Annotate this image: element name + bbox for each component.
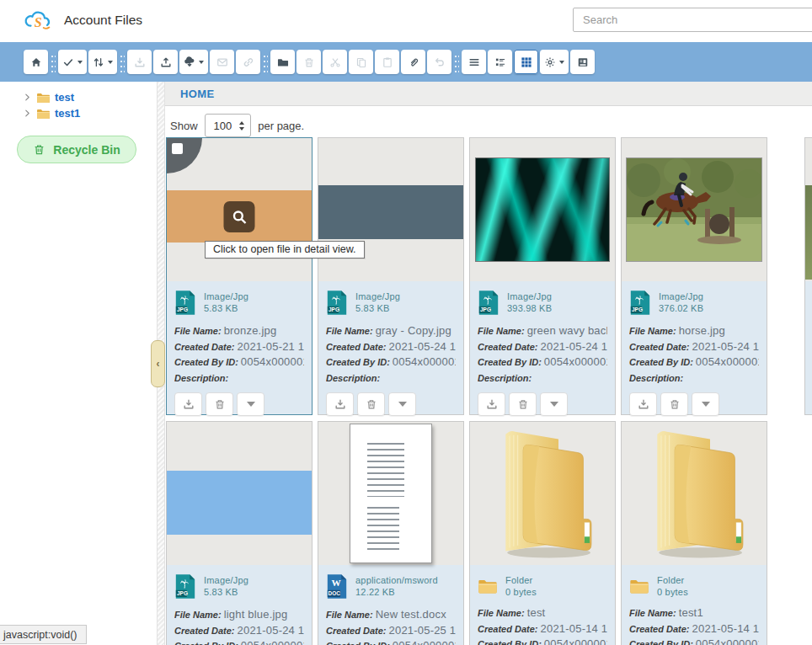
more-button[interactable] — [692, 392, 719, 416]
open-detail-button[interactable] — [224, 201, 255, 232]
file-thumbnail[interactable] — [622, 422, 767, 565]
caret-down-icon — [77, 61, 83, 64]
toolbar-separator — [120, 52, 125, 72]
recycle-bin-label: Recycle Bin — [53, 143, 120, 157]
spinner-up-icon[interactable] — [239, 121, 244, 125]
file-name-value: light blue.jpg — [224, 608, 288, 621]
description-row: Description: — [629, 370, 759, 386]
toolbar-undo-button[interactable] — [427, 50, 451, 74]
search-input[interactable] — [573, 8, 812, 32]
file-thumbnail[interactable] — [167, 422, 312, 565]
file-type-label: Image/Jpg — [507, 291, 552, 303]
download-icon — [183, 398, 195, 410]
toolbar-sort-button[interactable] — [88, 50, 117, 74]
card-actions — [174, 392, 304, 416]
file-info: Folder 0 bytes File Name:test Created Da… — [470, 565, 615, 645]
more-button[interactable] — [237, 392, 264, 416]
toolbar-cloud-download-button[interactable] — [179, 50, 208, 74]
file-type-row: Image/Jpg 5.83 KB — [174, 290, 304, 316]
toolbar-link-button[interactable] — [236, 50, 260, 74]
file-info: Folder 0 bytes File Name:test1 Created D… — [622, 565, 767, 645]
toolbar-list-view-button[interactable] — [462, 50, 486, 74]
toolbar-info-panel-button[interactable] — [570, 50, 595, 74]
delete-button[interactable] — [206, 392, 233, 416]
created-date-row: Created Date:2021-05-14 16:0... — [478, 621, 607, 637]
file-thumbnail[interactable] — [470, 138, 615, 281]
folder-label: test — [55, 91, 74, 104]
file-name-value: bronze.jpg — [224, 324, 277, 337]
caret-down-icon — [199, 61, 204, 64]
file-thumbnail[interactable] — [167, 138, 312, 281]
toolbar-upload-button[interactable] — [153, 50, 178, 74]
created-date-value: 2021-05-24 19:0... — [692, 340, 759, 353]
file-card[interactable]: Folder 0 bytes File Name:test1 Created D… — [621, 421, 767, 645]
spinner-down-icon[interactable] — [239, 127, 244, 131]
toolbar-attach-button[interactable] — [401, 50, 425, 74]
more-button[interactable] — [540, 392, 568, 416]
file-card[interactable]: Folder 0 bytes File Name:test Created Da… — [469, 421, 616, 645]
file-thumbnail[interactable] — [622, 138, 767, 281]
sidebar-item-test1[interactable]: test1 — [0, 105, 157, 121]
trash-icon — [517, 398, 529, 410]
toolbar-delete-button[interactable] — [296, 50, 321, 74]
cut-icon — [329, 56, 341, 68]
created-date-value: 2021-05-14 16:1... — [692, 622, 759, 635]
recycle-bin-button[interactable]: Recycle Bin — [17, 136, 136, 163]
created-by-row: Created By ID:0054x000001yF... — [629, 637, 759, 645]
description-row: Description: — [326, 370, 456, 386]
toolbar-email-button[interactable] — [210, 50, 234, 74]
sidebar-item-test[interactable]: test — [0, 89, 157, 105]
download-button[interactable] — [174, 392, 202, 416]
folder-small-icon — [629, 578, 649, 594]
download-icon — [334, 398, 346, 410]
file-name-value: test — [527, 606, 546, 619]
toolbar-copy-button[interactable] — [349, 50, 373, 74]
caret-down-icon — [108, 61, 113, 64]
toolbar-paste-button[interactable] — [375, 50, 399, 74]
file-card[interactable]: application/msword 12.22 KB File Name:Ne… — [318, 421, 464, 645]
file-type-row: Folder 0 bytes — [478, 573, 607, 598]
spinner-arrows[interactable] — [239, 121, 244, 131]
toolbar-grid-view-button[interactable] — [514, 50, 538, 74]
toolbar-download-button[interactable] — [127, 50, 152, 74]
file-thumbnail[interactable] — [470, 422, 615, 565]
file-card[interactable]: Image/Jpg 5.83 KB File Name:bronze.jpg C… — [166, 137, 313, 415]
toolbar-separator — [263, 52, 268, 72]
download-button[interactable] — [629, 392, 657, 416]
file-card[interactable]: Image/Jpg 5.83 KB File Name:light blue.j… — [166, 421, 313, 645]
download-icon — [134, 56, 146, 68]
created-date-row: Created Date:2021-05-25 14:3... — [326, 623, 456, 639]
toolbar-settings-button[interactable] — [540, 50, 569, 74]
select-checkbox[interactable] — [167, 138, 202, 173]
file-thumbnail[interactable] — [318, 138, 463, 281]
delete-button[interactable] — [357, 392, 385, 416]
file-name-row: File Name:bronze.jpg — [174, 323, 304, 339]
created-by-value: 0054x000001yD... — [241, 639, 304, 645]
file-card[interactable]: Image/Jpg 5.83 KB File Name:gray - Copy.… — [318, 137, 464, 415]
download-button[interactable] — [326, 392, 354, 416]
more-button[interactable] — [388, 392, 416, 416]
delete-button[interactable] — [660, 392, 688, 416]
sidebar-collapse-handle[interactable]: ‹ — [151, 340, 165, 387]
toolbar-separator — [454, 52, 459, 72]
cloud-download-icon — [184, 56, 195, 68]
file-size-label: 12.22 KB — [355, 587, 438, 599]
doc-preview-image — [350, 424, 432, 563]
toolbar-select-button[interactable] — [58, 50, 87, 74]
main-content: HOME Show 100 per page. Image/Jpg 5.83 K… — [165, 82, 812, 645]
toolbar-cut-button[interactable] — [323, 50, 347, 74]
file-type-label: Image/Jpg — [659, 291, 703, 303]
file-card[interactable]: Image/Jpg 393.98 KB File Name:green wavy… — [469, 137, 616, 415]
breadcrumb-home[interactable]: HOME — [180, 88, 215, 100]
created-date-value: 2021-05-24 19:0... — [541, 340, 607, 353]
toolbar-home-button[interactable] — [24, 50, 48, 74]
paste-icon — [382, 56, 393, 68]
download-button[interactable] — [478, 392, 505, 416]
delete-button[interactable] — [509, 392, 537, 416]
file-thumbnail[interactable] — [318, 422, 463, 565]
toolbar-new-folder-button[interactable] — [270, 50, 295, 74]
toolbar-detail-list-view-button[interactable] — [488, 50, 512, 74]
per-page-input[interactable]: 100 — [205, 114, 252, 137]
file-card[interactable]: Image/Jpg 376.02 KB File Name:horse.jpg … — [621, 137, 767, 415]
caret-down-icon — [702, 402, 710, 407]
